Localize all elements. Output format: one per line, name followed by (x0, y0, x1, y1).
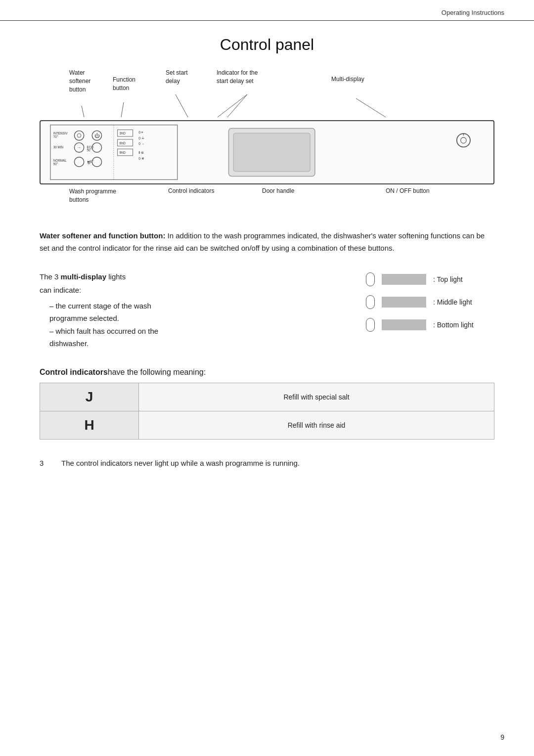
body-bold-start: Water softener and function button: (40, 231, 165, 240)
multi-display-can-indicate: can indicate: (40, 284, 346, 297)
svg-line-5 (356, 98, 386, 117)
svg-text:50°: 50° (87, 148, 92, 152)
multi-display-intro: The 3 multi-display lights (40, 270, 346, 283)
svg-text:0 ❄: 0 ❄ (138, 157, 144, 160)
panel-svg: INTENSIV 70° 30 MIN → NORMAL 50° (41, 121, 493, 183)
page-number: 9 (500, 733, 504, 741)
svg-rect-38 (233, 133, 310, 172)
svg-line-2 (176, 94, 188, 117)
svg-text:9hD: 9hD (119, 151, 126, 154)
note-section: 3 The control indicators never light up … (40, 457, 494, 470)
indicator-start-delay-label: Indicator for the start delay set (217, 69, 258, 86)
diagram-container: Water softener button Function button Se… (40, 69, 494, 212)
svg-point-40 (461, 137, 467, 143)
svg-text:⏻: ⏻ (94, 133, 100, 138)
door-handle-label: Door handle (262, 187, 294, 194)
bottom-light-icon (366, 318, 375, 332)
multi-display-bold: multi-display (61, 272, 107, 281)
multi-display-section: The 3 multi-display lights can indicate:… (40, 270, 494, 350)
top-light-bar (382, 274, 426, 285)
page-title: Control panel (40, 36, 494, 54)
svg-point-16 (74, 157, 84, 167)
body-text: Water softener and function button: In a… (40, 230, 494, 255)
svg-text:Ⅱ ⊛: Ⅱ ⊛ (138, 151, 144, 154)
connector-lines (40, 69, 494, 118)
on-off-button-label: ON / OFF button (386, 187, 430, 194)
svg-text:0 →: 0 → (138, 142, 144, 145)
control-indicators-section: Control indicatorshave the following mea… (40, 368, 494, 440)
control-indicators-label: Control indicators (168, 187, 214, 194)
top-light-row: : Top light (366, 272, 494, 286)
function-button-label: Function button (113, 76, 135, 92)
page-header: Operating Instructions (0, 0, 534, 21)
wash-programme-label: Wash programmebuttons (69, 187, 116, 204)
top-light-label: : Top light (433, 275, 463, 283)
ci-suffix: have the following meaning: (108, 368, 206, 376)
svg-text:3hD: 3hD (119, 132, 126, 135)
svg-text:0 ≟: 0 ≟ (138, 136, 144, 140)
symbol-j: J (40, 383, 139, 411)
bullet-1: the current stage of the washprogramme s… (49, 300, 346, 325)
svg-rect-6 (50, 125, 178, 179)
middle-light-label: : Middle light (433, 298, 472, 306)
svg-point-9 (74, 131, 84, 140)
ci-prefix: Control indicators (40, 368, 108, 376)
desc-j: Refill with special salt (139, 383, 494, 411)
body-paragraph: Water softener and function button: In a… (40, 230, 494, 255)
svg-text:30 MIN: 30 MIN (53, 145, 64, 149)
svg-text:→: → (77, 145, 81, 150)
water-softener-label: Water softener button (69, 69, 90, 93)
multi-display-bullets: the current stage of the washprogramme s… (49, 300, 346, 350)
svg-text:0 ≡: 0 ≡ (138, 131, 143, 134)
svg-point-10 (77, 133, 81, 137)
svg-line-1 (121, 102, 124, 117)
svg-line-4 (227, 94, 247, 117)
desc-h: Refill with rinse aid (139, 411, 494, 439)
svg-text:6hD: 6hD (119, 141, 126, 145)
symbol-h: H (40, 411, 139, 439)
multi-display-left: The 3 multi-display lights can indicate:… (40, 270, 346, 350)
svg-text:70°: 70° (53, 135, 58, 138)
svg-text:♥40°: ♥40° (88, 160, 94, 163)
multi-display-right: : Top light : Middle light : Bottom ligh… (366, 270, 494, 350)
note-text: The control indicators never light up wh… (61, 457, 494, 470)
control-panel-diagram: INTENSIV 70° 30 MIN → NORMAL 50° (40, 120, 494, 184)
svg-text:50°: 50° (53, 162, 58, 166)
table-row-1: J Refill with special salt (40, 383, 494, 411)
control-indicators-title: Control indicatorshave the following mea… (40, 368, 494, 377)
header-title: Operating Instructions (442, 9, 504, 16)
middle-light-row: : Middle light (366, 295, 494, 309)
set-start-delay-label: Set start delay (166, 69, 188, 86)
multi-display-label: Multi-display (331, 76, 364, 83)
page-content: Control panel Water softener button Func… (0, 21, 534, 499)
top-light-icon (366, 272, 375, 286)
bottom-light-bar (382, 319, 426, 330)
bottom-light-row: : Bottom light (366, 318, 494, 332)
bottom-labels-container: Wash programmebuttons Control indicators… (40, 187, 494, 212)
svg-point-39 (457, 133, 470, 147)
svg-line-0 (82, 106, 84, 117)
bottom-light-label: : Bottom light (433, 321, 474, 329)
middle-light-icon (366, 295, 375, 309)
svg-line-3 (218, 94, 247, 117)
bullet-2: which fault has occurred on thedishwashe… (49, 325, 346, 350)
indicators-table: J Refill with special salt H Refill with… (40, 383, 494, 440)
table-row-2: H Refill with rinse aid (40, 411, 494, 439)
middle-light-bar (382, 297, 426, 308)
note-number: 3 (40, 457, 51, 470)
